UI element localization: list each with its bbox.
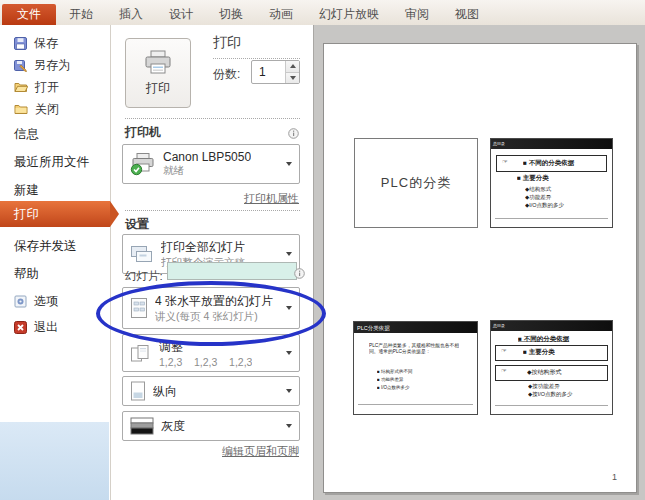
sidebar-item-label: 保存 (34, 35, 58, 52)
slide3-paragraph: PLC产品种类繁多，其规格和性能也各不相同。通常的PLC分类依据是： (369, 342, 463, 354)
sidebar-footer-panel (0, 422, 109, 500)
sidebar-item-new[interactable]: 新建 (0, 179, 110, 201)
pointer-hand-icon: ☞ (502, 158, 508, 166)
sidebar-item-print[interactable]: 打印 (0, 201, 110, 227)
slides-range-input[interactable] (167, 262, 297, 280)
collation-subtitle: 1,2,3 1,2,3 1,2,3 (159, 356, 252, 368)
tab-slideshow[interactable]: 幻灯片放映 (306, 4, 392, 25)
chevron-down-icon (286, 252, 292, 256)
sidebar-item-label: 信息 (14, 126, 39, 143)
tab-review[interactable]: 审阅 (392, 4, 442, 25)
edit-header-footer-link[interactable]: 编辑页眉和页脚 (222, 444, 299, 459)
collation-title: 调整 (159, 339, 252, 356)
ribbon-tab-bar: 文件 开始 插入 设计 切换 动画 幻灯片放映 审阅 视图 (0, 0, 645, 26)
open-folder-icon (14, 81, 28, 93)
down-arrow-icon (290, 76, 296, 80)
selected-item-arrow (110, 201, 119, 227)
copies-spinner (285, 61, 299, 83)
printer-properties-link[interactable]: 打印机属性 (244, 191, 299, 206)
copies-label: 份数: (213, 66, 240, 83)
copies-value[interactable]: 1 (252, 61, 285, 83)
slide2-line4: ◆功能差异 (525, 193, 551, 201)
preview-slide-1: PLC的分类 (354, 138, 478, 228)
printer-section-heading: 打印机 (125, 124, 161, 141)
slide4-line2: ■ 主要分类 (523, 347, 555, 356)
collation-select[interactable]: 调整 1,2,3 1,2,3 1,2,3 (122, 334, 300, 372)
tab-insert[interactable]: 插入 (106, 4, 156, 25)
sidebar-item-save-and-send[interactable]: 保存并发送 (0, 235, 110, 257)
chevron-down-icon (286, 424, 292, 428)
sidebar-item-help[interactable]: 帮助 (0, 263, 110, 285)
print-range-title: 打印全部幻灯片 (161, 239, 245, 256)
sidebar-item-open[interactable]: 打开 (0, 77, 110, 97)
preview-slide-4: 总目录 ■ 不同的分类依据 ☞ ■ 主要分类 ☞ ◆按结构形式 ◆按功能差异 ◆… (490, 320, 613, 415)
slide2-title-bar: 总目录 (491, 139, 612, 149)
orientation-select[interactable]: 纵向 (122, 376, 300, 406)
slide2-header: 总目录 (493, 141, 505, 147)
backstage-sidebar: 保存 另存为 打开 关闭 信息 最近所用文件 新建 (0, 25, 111, 500)
sidebar-item-label: 帮助 (14, 266, 39, 283)
slide2-line3: ◆结构形式 (525, 185, 551, 193)
tab-design[interactable]: 设计 (156, 4, 206, 25)
slides-info-icon (294, 265, 305, 283)
powerpoint-backstage-window: 文件 开始 插入 设计 切换 动画 幻灯片放映 审阅 视图 保存 另存为 打开 (0, 0, 645, 500)
slide2-highlight-box: ☞ ■ 不同的分类依据 (496, 155, 607, 172)
slide-footer-rule (495, 405, 608, 406)
sidebar-item-exit[interactable]: 退出 (0, 317, 110, 337)
layout-text: 4 张水平放置的幻灯片 讲义(每页 4 张幻灯片) (155, 293, 273, 324)
preview-slide-2: 总目录 ☞ ■ 不同的分类依据 ■ 主要分类 ◆结构形式 ◆功能差异 ◆I/O点… (490, 138, 613, 228)
tab-file[interactable]: 文件 (2, 4, 56, 25)
print-settings-panel: 打印 打印 份数: 1 打印机 Canon LBP5050 就绪 打印机 (111, 25, 313, 500)
printer-name: Canon LBP5050 (163, 150, 251, 164)
sidebar-item-label: 关闭 (35, 101, 59, 118)
tab-home[interactable]: 开始 (56, 4, 106, 25)
sidebar-item-recent[interactable]: 最近所用文件 (0, 151, 110, 173)
slide4-line1: ■ 不同的分类依据 (518, 334, 569, 343)
color-mode-select[interactable]: 灰度 (122, 411, 300, 441)
chevron-down-icon (286, 306, 292, 310)
close-folder-icon (14, 103, 28, 115)
options-icon (14, 295, 27, 308)
printer-ready-icon (130, 153, 156, 176)
tab-transitions[interactable]: 切换 (206, 4, 256, 25)
slide2-line2: ■ 主要分类 (517, 173, 549, 182)
sidebar-item-info[interactable]: 信息 (0, 123, 110, 145)
copies-increase-button[interactable] (286, 61, 299, 72)
sidebar-item-save[interactable]: 保存 (0, 33, 110, 53)
color-mode-text: 灰度 (161, 418, 185, 435)
print-button-label: 打印 (146, 80, 170, 97)
preview-page[interactable]: PLC的分类 总目录 ☞ ■ 不同的分类依据 ■ 主要分类 ◆结构形式 ◆功能差… (323, 43, 637, 493)
tab-view[interactable]: 视图 (442, 4, 492, 25)
copies-decrease-button[interactable] (286, 72, 299, 84)
slide3-header: PLC分类依据 (357, 324, 390, 332)
slide4-line5: ◆按I/O点数的多少 (528, 390, 573, 398)
sidebar-item-label: 另存为 (34, 57, 70, 74)
handout-4up-icon (130, 297, 148, 319)
separator (125, 118, 300, 119)
orientation-text: 纵向 (153, 383, 177, 400)
sidebar-item-options[interactable]: 选项 (0, 291, 110, 311)
slide1-title: PLC的分类 (381, 174, 451, 192)
slide3-line1: ■ 结构形式的不同 (377, 368, 412, 375)
slide2-line1: ■ 不同的分类依据 (523, 158, 574, 167)
printer-info-icon (288, 125, 299, 143)
print-heading: 打印 (213, 34, 300, 59)
slide3-line3: ■ I/O点数的多少 (377, 384, 409, 391)
tab-animations[interactable]: 动画 (256, 4, 306, 25)
print-button[interactable]: 打印 (125, 38, 191, 108)
printer-select[interactable]: Canon LBP5050 就绪 (122, 144, 300, 184)
chevron-down-icon (286, 351, 292, 355)
slide3-title-bar: PLC分类依据 (354, 322, 477, 333)
layout-select[interactable]: 4 张水平放置的幻灯片 讲义(每页 4 张幻灯片) (122, 287, 300, 329)
printer-select-text: Canon LBP5050 就绪 (163, 150, 251, 178)
copies-stepper[interactable]: 1 (251, 60, 300, 84)
sidebar-item-save-as[interactable]: 另存为 (0, 55, 110, 75)
chevron-down-icon (286, 162, 292, 166)
color-mode-title: 灰度 (161, 418, 185, 435)
settings-section-heading: 设置 (125, 216, 149, 233)
grayscale-icon (130, 417, 154, 435)
slide4-highlight-box-2: ☞ ◆按结构形式 (495, 365, 608, 381)
slides-range-label: 幻灯片: (125, 269, 163, 284)
save-icon (14, 37, 27, 50)
sidebar-item-close[interactable]: 关闭 (0, 99, 110, 119)
